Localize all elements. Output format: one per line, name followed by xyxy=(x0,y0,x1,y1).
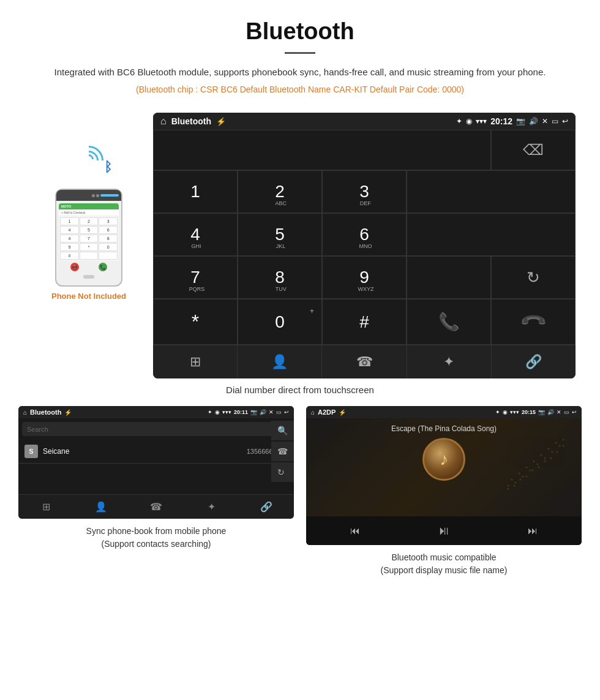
close-icon: ✕ xyxy=(542,117,548,126)
svg-point-0 xyxy=(508,485,509,487)
dial-key-7[interactable]: 7 PQRS xyxy=(153,256,238,299)
phonebook-spacer xyxy=(18,464,294,494)
call-red-button[interactable]: 📞 xyxy=(491,299,576,345)
music-back-icon[interactable]: ↩ xyxy=(572,409,577,415)
toolbar-dialpad-btn[interactable]: ⊞ xyxy=(153,345,238,378)
svg-point-23 xyxy=(550,457,552,459)
page-title: Bluetooth xyxy=(37,18,563,45)
bluetooth-logo: ᛒ xyxy=(104,159,112,175)
phone-key-hash: 0 xyxy=(99,243,118,251)
phonebook-toolbar-contact[interactable]: 👤 xyxy=(73,497,129,516)
phone-key-4: 4 xyxy=(60,226,79,234)
phonebook-close-icon: ✕ xyxy=(269,409,274,415)
phonebook-search-action[interactable]: 🔍 xyxy=(271,421,294,440)
dial-key-0[interactable]: 0 + xyxy=(238,299,322,345)
bt-status-icon: ✦ xyxy=(456,117,462,126)
skip-forward-button[interactable]: ⏭ xyxy=(522,523,544,539)
phone-home-button xyxy=(83,275,94,279)
phone-not-included-label: Phone Not Included xyxy=(51,292,126,301)
music-bt-icon: ✦ xyxy=(495,409,500,415)
toolbar-bluetooth-btn[interactable]: ✦ xyxy=(407,345,492,378)
phone-key-x1: # xyxy=(60,252,79,260)
phonebook-toolbar-link[interactable]: 🔗 xyxy=(239,497,294,516)
svg-point-17 xyxy=(514,485,516,487)
dial-key-3[interactable]: 3 DEF xyxy=(322,170,407,213)
bottom-screenshots: ⌂ Bluetooth ⚡ ✦ ◉ ▾▾▾ 20:11 📷 🔊 ✕ ▭ ↩ xyxy=(0,406,600,577)
phonebook-toolbar: ⊞ 👤 ☎ ✦ 🔗 xyxy=(18,494,294,519)
refresh-button[interactable]: ↻ xyxy=(491,256,576,299)
toolbar-contact-btn[interactable]: 👤 xyxy=(238,345,322,378)
phone-end-call-btn: 📵 xyxy=(70,263,79,271)
phonebook-home-icon[interactable]: ⌂ xyxy=(23,409,27,416)
back-icon[interactable]: ↩ xyxy=(562,117,568,126)
car-dial-screen: ⌂ Bluetooth ⚡ ✦ ◉ ▾▾▾ 20:12 📷 🔊 ✕ ▭ ↩ xyxy=(153,113,576,378)
dial-key-4[interactable]: 4 GHI xyxy=(153,213,238,256)
phonebook-caption: Sync phone-book from mobile phone (Suppo… xyxy=(86,525,227,551)
dial-key-1[interactable]: 1 xyxy=(153,170,238,213)
album-art: ♪ xyxy=(422,438,465,481)
dialpad-grid: ⌫ 1 2 ABC 3 DEF 4 GHI 5 JKL xyxy=(153,130,576,345)
phonebook-toolbar-dialpad[interactable]: ⊞ xyxy=(18,497,73,516)
music-content: Escape (The Pina Colada Song) ♪ xyxy=(306,418,582,516)
music-cam-icon: 📷 xyxy=(538,409,545,415)
svg-point-14 xyxy=(559,445,561,447)
phonebook-back-icon[interactable]: ↩ xyxy=(284,409,289,415)
dial-key-5[interactable]: 5 JKL xyxy=(238,213,322,256)
phone-dot-1 xyxy=(92,194,95,197)
dial-key-8-sub: TUV xyxy=(276,286,287,292)
svg-point-8 xyxy=(537,464,539,465)
phonebook-call-action[interactable]: ☎ xyxy=(271,442,294,461)
phonebook-toolbar-phone[interactable]: ☎ xyxy=(129,497,184,516)
music-screenshot-block: ⌂ A2DP ⚡ ✦ ◉ ▾▾▾ 20:15 📷 🔊 ✕ ▭ ↩ xyxy=(306,406,582,577)
phone-screen: MOTO + Add to Contacts 1 2 3 4 5 6 4 7 8… xyxy=(59,203,119,273)
svg-point-22 xyxy=(544,461,546,462)
dial-key-8[interactable]: 8 TUV xyxy=(238,256,322,299)
status-left: ⌂ Bluetooth ⚡ xyxy=(160,116,226,127)
phonebook-win-icon: ▭ xyxy=(276,409,282,415)
svg-point-13 xyxy=(555,442,557,444)
dial-key-9-sub: WXYZ xyxy=(358,286,374,292)
phone-dialpad: 1 2 3 4 5 6 4 7 8 9 * 0 # xyxy=(59,216,119,261)
signal-arcs: ᛒ xyxy=(64,149,113,186)
dial-key-2[interactable]: 2 ABC xyxy=(238,170,322,213)
bluetooth-specs: (Bluetooth chip : CSR BC6 Default Blueto… xyxy=(37,85,563,94)
music-close-icon: ✕ xyxy=(557,409,561,415)
zero-plus-indicator: + xyxy=(310,307,314,315)
home-icon[interactable]: ⌂ xyxy=(160,116,167,127)
phonebook-cam-icon: 📷 xyxy=(250,409,257,415)
backspace-button[interactable]: ⌫ xyxy=(491,130,576,170)
phonebook-refresh-action[interactable]: ↻ xyxy=(271,462,294,482)
svg-point-1 xyxy=(511,479,513,481)
music-signal-icon: ▾▾▾ xyxy=(510,409,519,415)
svg-point-18 xyxy=(520,479,522,481)
dial-key-hash[interactable]: # xyxy=(322,299,407,345)
music-home-icon[interactable]: ⌂ xyxy=(311,409,315,416)
phonebook-search-bar[interactable]: Search 🔍 xyxy=(22,422,290,436)
time-display: 20:12 xyxy=(490,116,512,126)
phonebook-toolbar-bt[interactable]: ✦ xyxy=(184,497,239,516)
usb-icon: ⚡ xyxy=(216,117,226,126)
play-pause-button[interactable]: ⏯ xyxy=(432,521,456,540)
dial-key-star[interactable]: * xyxy=(153,299,238,345)
svg-point-10 xyxy=(544,457,546,459)
svg-point-19 xyxy=(526,476,528,478)
dial-key-6-sub: MNO xyxy=(359,243,372,249)
signal-icon: ▾▾▾ xyxy=(476,117,487,126)
dial-key-5-sub: JKL xyxy=(276,243,286,249)
location-icon: ◉ xyxy=(466,117,472,126)
phonebook-loc-icon: ◉ xyxy=(215,409,220,415)
call-green-button[interactable]: 📞 xyxy=(407,299,491,345)
dial-key-9[interactable]: 9 WXYZ xyxy=(322,256,407,299)
music-screen-title: A2DP xyxy=(318,408,336,416)
skip-back-button[interactable]: ⏮ xyxy=(344,523,366,539)
phone-key-6: 6 xyxy=(99,226,118,234)
dial-key-6[interactable]: 6 MNO xyxy=(322,213,407,256)
dial-key-7-sub: PQRS xyxy=(189,286,205,292)
phone-key-2: 2 xyxy=(80,217,99,225)
toolbar-phone-btn[interactable]: ☎ xyxy=(322,345,407,378)
volume-icon: 🔊 xyxy=(529,117,538,126)
toolbar-link-btn[interactable]: 🔗 xyxy=(492,345,576,378)
svg-point-9 xyxy=(541,454,542,456)
svg-point-7 xyxy=(533,461,535,462)
contact-row-seicane: S Seicane 13566664466 xyxy=(18,440,294,464)
